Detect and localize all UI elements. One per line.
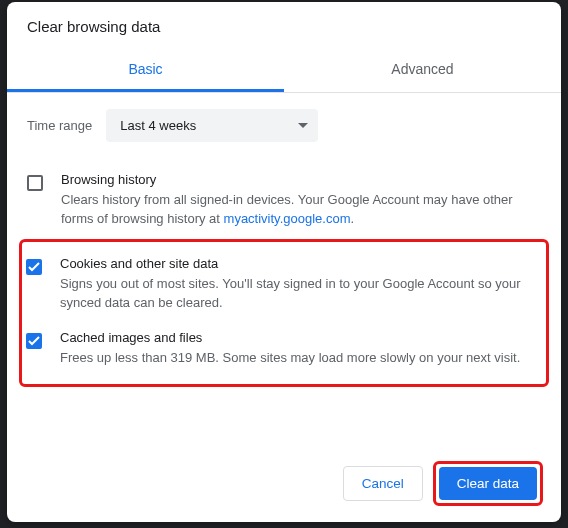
cancel-button[interactable]: Cancel [343, 466, 423, 501]
option-desc: Frees up less than 319 MB. Some sites ma… [60, 349, 540, 368]
option-desc: Signs you out of most sites. You'll stay… [60, 275, 540, 313]
time-range-row: Time range Last 4 weeks [27, 109, 541, 142]
option-cookies: Cookies and other site data Signs you ou… [26, 248, 540, 323]
option-cache: Cached images and files Frees up less th… [26, 322, 540, 378]
dialog-content: Time range Last 4 weeks Browsing history… [7, 93, 561, 447]
dialog-title: Clear browsing data [7, 2, 561, 35]
option-desc: Clears history from all signed-in device… [61, 191, 541, 229]
checkbox-cookies[interactable] [26, 259, 42, 275]
highlight-box-clear-button: Clear data [433, 461, 543, 506]
tab-basic[interactable]: Basic [7, 47, 284, 92]
time-range-value: Last 4 weeks [120, 118, 196, 133]
option-browsing-history: Browsing history Clears history from all… [27, 164, 541, 239]
option-title: Cookies and other site data [60, 256, 540, 271]
chevron-down-icon [298, 123, 308, 128]
tabs: Basic Advanced [7, 47, 561, 93]
dialog-footer: Cancel Clear data [7, 447, 561, 522]
highlight-box-options: Cookies and other site data Signs you ou… [19, 239, 549, 388]
tab-advanced[interactable]: Advanced [284, 47, 561, 92]
clear-data-button[interactable]: Clear data [439, 467, 537, 500]
time-range-select[interactable]: Last 4 weeks [106, 109, 318, 142]
option-title: Cached images and files [60, 330, 540, 345]
clear-browsing-data-dialog: Clear browsing data Basic Advanced Time … [7, 2, 561, 522]
option-title: Browsing history [61, 172, 541, 187]
myactivity-link[interactable]: myactivity.google.com [224, 211, 351, 226]
checkbox-cache[interactable] [26, 333, 42, 349]
checkbox-browsing-history[interactable] [27, 175, 43, 191]
time-range-label: Time range [27, 118, 92, 133]
